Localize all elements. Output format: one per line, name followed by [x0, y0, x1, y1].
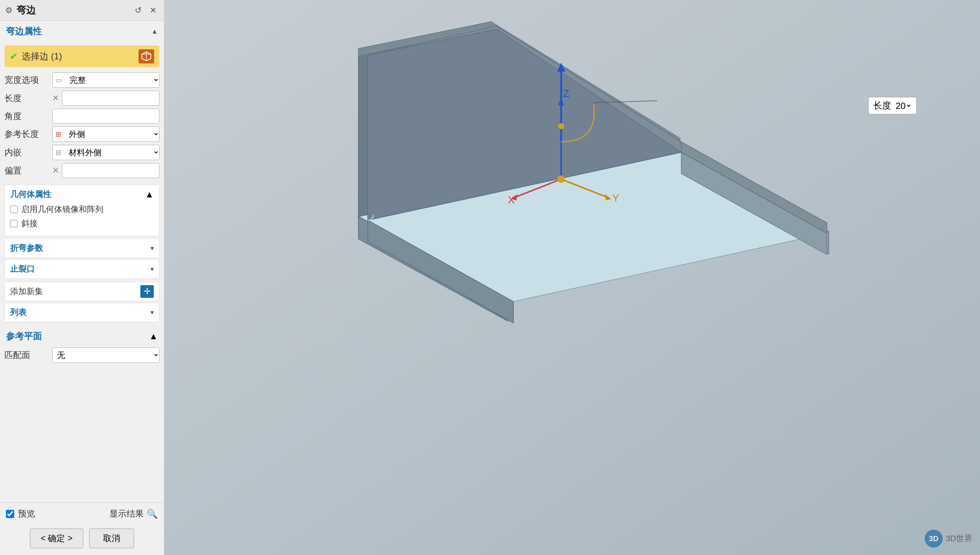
length-input[interactable]: 20	[63, 91, 159, 105]
ref-length-input-wrap: ⊞ 外侧 内侧 整体	[52, 127, 159, 142]
show-result-label: 显示结果	[109, 508, 144, 520]
confirm-button[interactable]: < 确定 >	[30, 528, 83, 548]
fold-params-chevron: ▾	[151, 244, 154, 252]
match-face-label: 匹配面	[5, 349, 49, 361]
width-option-select[interactable]: 完整 偏置 从两端	[65, 73, 159, 87]
inlay-input-wrap: ⊟ 材料外侧 材料内侧 弯曲位置	[52, 145, 159, 160]
reference-title: 参考平面	[6, 330, 42, 342]
title-bar: ⚙ 弯边 ↺ ✕	[0, 0, 164, 21]
geometry-section: 几何体属性 ▲ 启用几何体镜像和阵列 斜接	[5, 185, 159, 236]
fold-params-title: 折弯参数	[10, 242, 43, 254]
preview-wrap: 预览	[6, 508, 35, 520]
check-icon: ✔	[10, 51, 18, 63]
length-row: 长度 ✕ 20 mm ▾	[5, 91, 159, 106]
close-button[interactable]: ✕	[148, 5, 159, 16]
add-set-label: 添加新集	[10, 286, 43, 297]
svg-text:Z: Z	[563, 88, 569, 99]
crack-chevron: ▾	[151, 265, 154, 273]
angle-input[interactable]: 90	[53, 109, 159, 123]
enable-mirror-checkbox[interactable]	[10, 206, 18, 213]
rect-icon: ▭	[53, 76, 65, 84]
crack-row: 止裂口 ▾	[5, 260, 159, 279]
gear-icon: ⚙	[5, 6, 13, 15]
inlay-label: 内嵌	[5, 147, 49, 158]
ref-length-label: 参考长度	[5, 128, 49, 140]
length-label: 长度	[5, 93, 49, 104]
measure-icon: ✕	[52, 93, 59, 103]
show-result-search-button[interactable]: 🔍	[147, 509, 158, 519]
viewport: Z Y X 长度 20 3D 3D世界	[164, 0, 980, 555]
list-row: 列表 ▾	[5, 303, 159, 322]
svg-text:Y: Y	[612, 192, 619, 204]
length-input-wrap: 20 mm ▾	[62, 91, 159, 106]
enable-mirror-label: 启用几何体镜像和阵列	[21, 204, 103, 215]
preview-label: 预览	[18, 508, 35, 520]
reference-chevron: ▲	[149, 331, 158, 342]
width-option-row: 宽度选项 ▭ 完整 偏置 从两端	[5, 72, 159, 88]
width-option-label: 宽度选项	[5, 74, 49, 86]
geometry-section-header[interactable]: 几何体属性 ▲	[10, 189, 154, 200]
inlay-select[interactable]: 材料外侧 材料内侧 弯曲位置	[64, 145, 159, 160]
list-title: 列表	[10, 307, 27, 318]
match-face-row: 匹配面 无	[5, 348, 159, 363]
form-rows: 宽度选项 ▭ 完整 偏置 从两端 长度 ✕ 20 mm ▾ 角度	[0, 71, 164, 183]
watermark: 3D 3D世界	[925, 529, 972, 547]
callout-line	[865, 106, 865, 106]
inlay-row: 内嵌 ⊟ 材料外侧 材料内侧 弯曲位置	[5, 145, 159, 160]
select-edge-label: 选择边 (1)	[22, 50, 135, 63]
crack-title: 止裂口	[10, 263, 35, 275]
match-face-input-wrap: 无	[52, 348, 159, 363]
inlay-icon: ⊟	[53, 149, 64, 157]
ref-length-select[interactable]: 外侧 内侧 整体	[64, 127, 159, 141]
left-panel: ⚙ 弯边 ↺ ✕ 弯边属性 ▲ ✔ 选择边 (1) 宽度选项 ▭ 完整	[0, 0, 164, 555]
logo-icon: 3D	[925, 529, 943, 547]
cube-button[interactable]	[138, 49, 154, 63]
geometry-title: 几何体属性	[10, 189, 51, 200]
select-edge-row: ✔ 选择边 (1)	[5, 45, 159, 67]
offset-input[interactable]: 0	[63, 164, 159, 178]
svg-text:X: X	[508, 194, 515, 206]
crack-header[interactable]: 止裂口 ▾	[5, 260, 159, 278]
watermark-text: 3D世界	[946, 533, 972, 544]
svg-point-31	[557, 175, 565, 183]
angle-label: 角度	[5, 111, 49, 122]
length-callout-box: 长度 20	[868, 97, 916, 114]
bottom-bar: 预览 显示结果 🔍	[0, 502, 164, 525]
angle-row: 角度 90 ° ▾	[5, 109, 159, 124]
show-result-wrap: 显示结果 🔍	[109, 508, 158, 520]
offset-label: 偏置	[5, 165, 49, 176]
list-chevron: ▾	[151, 308, 154, 316]
offset-input-wrap: 0 mm ▾	[62, 163, 159, 178]
ref-length-icon: ⊞	[53, 130, 64, 138]
reset-button[interactable]: ↺	[133, 5, 144, 16]
bevel-row: 斜接	[10, 218, 154, 229]
ref-length-row: 参考长度 ⊞ 外侧 内侧 整体	[5, 127, 159, 142]
offset-row: 偏置 ✕ 0 mm ▾	[5, 163, 159, 178]
bottom-buttons: < 确定 > 取消	[0, 525, 164, 555]
reference-header[interactable]: 参考平面 ▲	[5, 327, 159, 346]
bend-properties-chevron: ▲	[151, 27, 158, 35]
list-header[interactable]: 列表 ▾	[5, 303, 159, 322]
geometry-chevron: ▲	[145, 189, 154, 200]
bevel-label: 斜接	[21, 218, 38, 229]
length-callout: 长度 20	[865, 97, 916, 114]
add-set-button[interactable]: ✛	[140, 285, 154, 298]
preview-checkbox[interactable]	[6, 510, 14, 518]
offset-measure-icon: ✕	[52, 166, 59, 175]
bevel-checkbox[interactable]	[10, 220, 18, 227]
enable-mirror-row: 启用几何体镜像和阵列	[10, 204, 154, 215]
callout-label: 长度	[873, 99, 891, 112]
angle-input-wrap: 90 ° ▾	[52, 109, 159, 124]
bend-properties-title: 弯边属性	[6, 26, 42, 37]
reference-section: 参考平面 ▲ 匹配面 无	[0, 327, 164, 367]
fold-params-header[interactable]: 折弯参数 ▾	[5, 239, 159, 258]
add-new-set-row: 添加新集 ✛	[5, 282, 159, 301]
bend-properties-header[interactable]: 弯边属性 ▲	[0, 21, 164, 42]
callout-value-select[interactable]: 20	[894, 100, 912, 111]
cancel-button[interactable]: 取消	[89, 528, 134, 548]
match-face-select[interactable]: 无	[53, 348, 159, 363]
reference-form: 匹配面 无	[5, 346, 159, 367]
window-title: 弯边	[16, 4, 129, 17]
svg-point-34	[558, 123, 564, 129]
cube-icon	[141, 51, 152, 62]
